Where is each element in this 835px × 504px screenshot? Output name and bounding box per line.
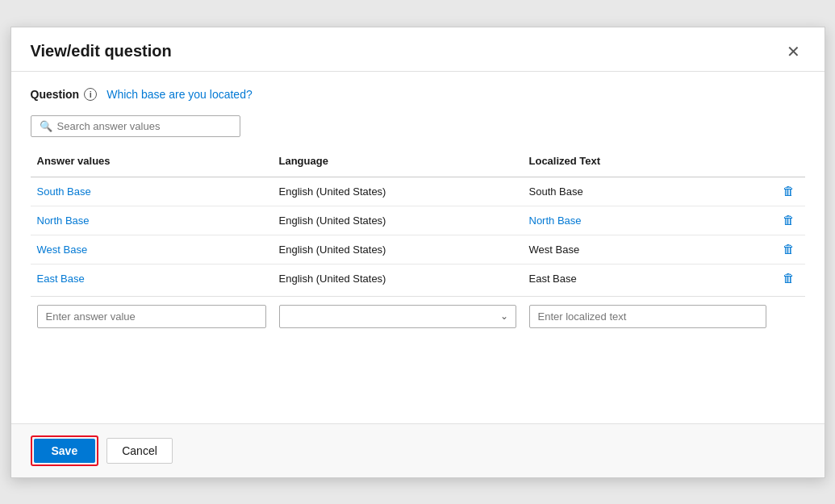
cell-language: English (United States): [273, 264, 523, 293]
language-select-wrapper: English (United States) ⌄: [279, 305, 516, 328]
delete-button[interactable]: [773, 268, 805, 289]
language-select-cell: English (United States) ⌄: [273, 300, 523, 333]
question-row: Question i Which base are you located?: [31, 88, 805, 101]
question-label: Question i: [31, 88, 98, 101]
trash-icon: [783, 184, 795, 198]
table-row: East Base English (United States) East B…: [31, 264, 805, 293]
cell-language: English (United States): [273, 206, 523, 235]
cell-localized-text: South Base: [523, 177, 773, 206]
cell-localized-text: North Base: [523, 206, 773, 235]
cell-answer-value: South Base: [31, 177, 273, 206]
cell-answer-value: West Base: [31, 235, 273, 264]
search-icon: 🔍: [40, 120, 52, 132]
col-header-actions: [773, 152, 805, 170]
cell-localized-text: East Base: [523, 264, 773, 293]
save-button-wrapper: Save: [31, 435, 99, 466]
search-input[interactable]: [57, 120, 232, 132]
answer-value-cell: [31, 300, 273, 333]
table-container: Answer values Language Localized Text So…: [31, 152, 805, 333]
dialog-body: Question i Which base are you located? 🔍…: [11, 72, 825, 423]
cell-answer-value: North Base: [31, 206, 273, 235]
save-button[interactable]: Save: [34, 439, 96, 463]
input-row: English (United States) ⌄: [31, 296, 805, 333]
col-header-language: Language: [273, 152, 523, 170]
cell-answer-value: East Base: [31, 264, 273, 293]
dialog-title: View/edit question: [31, 42, 172, 60]
table-rows: South Base English (United States) South…: [31, 177, 805, 293]
table-header: Answer values Language Localized Text: [31, 152, 805, 177]
language-select[interactable]: English (United States): [279, 305, 516, 328]
cell-language: English (United States): [273, 177, 523, 206]
col-header-answer-values: Answer values: [31, 152, 273, 170]
localized-text-cell: [523, 300, 773, 333]
localized-text-input[interactable]: [529, 305, 766, 328]
dialog-footer: Save Cancel: [11, 423, 825, 477]
delete-button[interactable]: [773, 181, 805, 202]
delete-button[interactable]: [773, 210, 805, 231]
close-button[interactable]: ✕: [782, 42, 805, 61]
table-row: South Base English (United States) South…: [31, 177, 805, 206]
trash-icon: [783, 213, 795, 227]
col-header-localized-text: Localized Text: [523, 152, 773, 170]
question-text: Which base are you located?: [106, 88, 253, 101]
actions-cell-empty: [773, 311, 805, 321]
trash-icon: [783, 242, 795, 256]
delete-button[interactable]: [773, 239, 805, 260]
answer-value-input[interactable]: [37, 305, 266, 328]
info-icon[interactable]: i: [84, 88, 97, 101]
search-box: 🔍: [31, 115, 240, 137]
table-row: North Base English (United States) North…: [31, 206, 805, 235]
trash-icon: [783, 271, 795, 285]
table-row: West Base English (United States) West B…: [31, 235, 805, 264]
cell-language: English (United States): [273, 235, 523, 264]
view-edit-dialog: View/edit question ✕ Question i Which ba…: [10, 27, 825, 478]
cancel-button[interactable]: Cancel: [106, 438, 173, 464]
cell-localized-text: West Base: [523, 235, 773, 264]
dialog-header: View/edit question ✕: [11, 27, 825, 72]
